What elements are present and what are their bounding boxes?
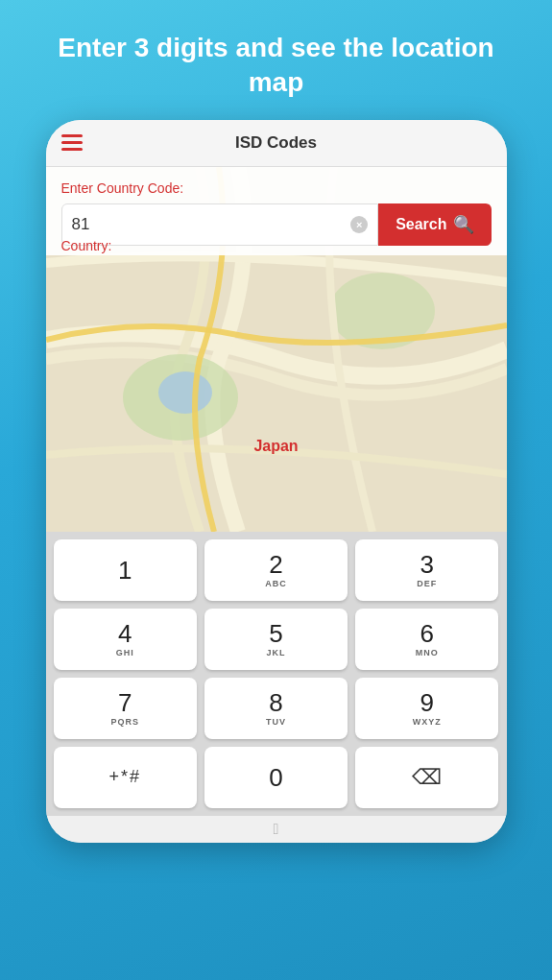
- search-button[interactable]: Search 🔍: [378, 203, 491, 246]
- key-9[interactable]: 9 WXYZ: [355, 678, 498, 739]
- search-icon: 🔍: [453, 214, 474, 235]
- key-4-main: 4: [118, 621, 132, 646]
- key-0-main: 0: [269, 765, 282, 790]
- key-9-main: 9: [420, 690, 434, 715]
- map-section: Japan Enter Country Code: × Search 🔍: [46, 167, 507, 532]
- input-row: × Search 🔍: [61, 203, 492, 246]
- menu-button[interactable]: [61, 134, 83, 151]
- key-0[interactable]: 0: [204, 747, 348, 808]
- key-8[interactable]: 8 TUV: [204, 678, 348, 739]
- bottom-bar: : [46, 816, 507, 843]
- key-special[interactable]: +*#: [54, 747, 197, 808]
- key-8-sub: TUV: [266, 717, 286, 727]
- key-4-sub: GHI: [116, 648, 134, 657]
- content-area: Japan Enter Country Code: × Search 🔍: [46, 167, 507, 532]
- phone-shell: ISD Codes: [46, 120, 507, 843]
- key-9-sub: WXYZ: [413, 717, 442, 727]
- key-5-sub: JKL: [266, 648, 285, 657]
- key-6-main: 6: [420, 621, 434, 646]
- key-2-main: 2: [269, 552, 282, 577]
- input-label: Enter Country Code:: [61, 180, 492, 196]
- keypad: 1 2 ABC 3 DEF 4 GHI 5 JKL 6 MNO 7 PQRS 8: [46, 532, 507, 816]
- key-5[interactable]: 5 JKL: [204, 609, 348, 670]
- country-code-input[interactable]: [72, 215, 351, 234]
- search-button-label: Search: [396, 216, 446, 233]
- key-8-main: 8: [269, 690, 282, 715]
- key-2-sub: ABC: [265, 579, 287, 588]
- key-1-main: 1: [118, 558, 132, 583]
- clear-button[interactable]: ×: [350, 216, 368, 233]
- input-section: Enter Country Code: × Search 🔍: [46, 167, 507, 255]
- country-label: Country:: [61, 238, 112, 253]
- key-5-main: 5: [269, 621, 282, 646]
- key-2[interactable]: 2 ABC: [204, 539, 348, 601]
- key-3[interactable]: 3 DEF: [355, 539, 498, 601]
- svg-point-3: [158, 371, 212, 414]
- key-7[interactable]: 7 PQRS: [54, 678, 197, 739]
- key-delete[interactable]: ⌫: [355, 747, 498, 808]
- delete-icon: ⌫: [412, 765, 442, 790]
- app-title: ISD Codes: [235, 133, 317, 153]
- key-7-sub: PQRS: [110, 717, 139, 727]
- key-1[interactable]: 1: [54, 539, 197, 601]
- headline: Enter 3 digits and see the location map: [0, 0, 552, 120]
- key-6-sub: MNO: [416, 648, 439, 657]
- key-special-label: +*#: [108, 767, 141, 787]
- apple-logo: : [274, 821, 279, 838]
- app-header: ISD Codes: [46, 120, 507, 167]
- key-3-main: 3: [420, 552, 434, 577]
- key-7-main: 7: [118, 690, 132, 715]
- key-4[interactable]: 4 GHI: [54, 609, 197, 670]
- key-6[interactable]: 6 MNO: [355, 609, 498, 670]
- key-3-sub: DEF: [417, 579, 437, 588]
